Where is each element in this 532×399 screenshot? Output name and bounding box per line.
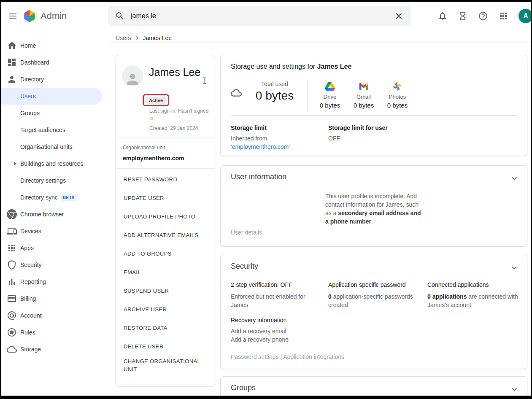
add-recovery-phone-link[interactable]: Add a recovery phone [231,336,289,343]
last-signin: Last sign-in: Hasn't signed in [149,108,213,122]
sidebar-item-billing[interactable]: Billing [1,290,102,307]
sidebar-item-label: Groups [20,110,40,116]
sidebar-item-home[interactable]: Home [1,37,102,54]
chevron-down-icon[interactable] [509,384,519,394]
sidebar-item-dashboard[interactable]: Dashboard [1,54,102,71]
chevron-down-icon[interactable] [509,173,519,183]
user-storage-limit-label: Storage limit for user [328,124,388,131]
sidebar-item-directory[interactable]: Directory [1,71,102,88]
user-details-link[interactable]: User details [231,229,262,236]
sidebar-item-label: Account [20,312,42,319]
sidebar-item-label: Apps [20,245,34,251]
help-icon[interactable] [478,11,488,21]
action-restore-data[interactable]: RESTORE DATA [116,318,215,337]
action-email[interactable]: EMAIL [116,263,215,281]
sidebar-item-groups[interactable]: Groups [1,105,102,121]
person-icon [124,71,141,86]
user-actions: RESET PASSWORDUPDATE USERUPLOAD PROFILE … [116,170,215,375]
divider [116,168,215,169]
sidebar-item-label: Buildings and resources [20,160,83,167]
divider [110,43,531,43]
panel-title-security: Security [231,262,258,271]
user-name: James Lee [149,66,200,78]
sidebar-item-directory-settings[interactable]: Directory settings [1,172,102,189]
sidebar-item-users[interactable]: Users [1,88,102,105]
sidebar-item-apps[interactable]: Apps [1,240,102,256]
chevron-down-icon[interactable] [509,263,519,273]
security-footer-links[interactable]: Password settings | Application integrat… [231,353,344,360]
action-upload-profile-photo[interactable]: UPLOAD PROFILE PHOTO [116,207,215,226]
beta-badge: BETA [61,194,76,201]
sidebar-item-directory-sync[interactable]: Directory syncBETA [1,189,102,206]
sidebar-item-label: Rules [20,329,35,336]
divider [308,80,308,112]
security-columns: 2-step verification: OFF Enforced but no… [231,281,524,309]
sidebar-item-buildings-and-resources[interactable]: Buildings and resources [1,155,102,172]
sidebar-item-label: Target audiences [20,127,65,133]
sidebar-item-reporting[interactable]: Reporting [1,273,102,290]
storage-panel-title: Storage use and settings for James Lee [231,63,351,70]
service-name: Drive [313,94,347,100]
divider [116,137,215,138]
action-add-to-groups[interactable]: ADD TO GROUPS [116,244,215,263]
add-recovery-email-link[interactable]: Add a recovery email [231,328,286,334]
drive-logo-icon [313,81,347,92]
service-drive: Drive0 bytes [313,81,347,112]
chevron-right-icon [134,35,140,41]
breadcrumb-current: James Lee [143,35,172,41]
brand: Admin [23,9,67,23]
text-cursor-icon [203,77,207,86]
sidebar-item-target-audiences[interactable]: Target audiences [1,121,102,138]
storage-limit-text: Inherited from [231,135,290,142]
pending-tasks-icon[interactable] [458,11,468,21]
action-update-user[interactable]: UPDATE USER [116,189,215,207]
admin-console: Admin A Users James Lee HomeDashboardDir… [1,2,531,396]
total-used-label: Total used [253,81,297,87]
chrome-icon [7,209,17,219]
sidebar-item-label: Security [20,262,42,268]
user-information-panel: User information This user profile is in… [220,165,527,247]
service-value: 0 bytes [381,102,414,109]
photos-logo-icon [381,81,414,92]
breadcrumb: Users James Lee [116,34,172,41]
notifications-icon[interactable] [437,11,448,21]
action-suspend-user[interactable]: SUSPEND USER [116,281,215,300]
user-meta: Last sign-in: Hasn't signed in Created: … [149,108,213,132]
dashboard-icon [7,57,17,67]
sidebar-item-storage[interactable]: Storage [1,341,102,358]
created-date: Created: 29 Jan 2024 [149,125,213,132]
security-panel: Security 2-step verification: OFF Enforc… [220,255,527,369]
org-unit-link[interactable]: 'employmenthero.com' [231,143,290,150]
action-change-organisational-unit[interactable]: CHANGE ORGANISATIONAL UNIT [116,356,215,375]
sidebar-item-label: Dashboard [20,59,49,66]
sidebar-item-chrome-browser[interactable]: Chrome browser [1,206,102,223]
sidebar-item-organisational-units[interactable]: Organisational units [1,138,102,155]
connected-apps-section: Connected applications 0 applications ar… [427,281,524,309]
menu-icon[interactable] [8,11,18,21]
two-step-desc: Enforced but not enabled for James [231,292,313,309]
breadcrumb-users[interactable]: Users [116,35,131,41]
clear-search-icon[interactable] [394,11,404,21]
action-add-alternative-emails[interactable]: ADD ALTERNATIVE EMAILS [116,226,215,244]
service-name: Gmail [347,94,381,100]
sidebar-item-account[interactable]: Account [1,307,102,324]
action-archive-user[interactable]: ARCHIVE USER [116,300,215,318]
action-delete-user[interactable]: DELETE USER [116,337,215,356]
two-step-label: 2-step verification: OFF [231,281,313,288]
sidebar-item-label: Storage [20,346,41,353]
action-reset-password[interactable]: RESET PASSWORD [116,170,215,189]
security-icon [7,260,17,270]
search-icon [115,11,125,21]
search-bar[interactable] [108,6,410,26]
divider [231,115,517,116]
storage-panel: Storage use and settings for James Lee T… [220,55,527,156]
sidebar-item-rules[interactable]: Rules [1,324,102,341]
account-icon [7,310,17,321]
search-input[interactable] [131,12,388,20]
apps-grid-icon[interactable] [498,11,508,21]
service-photos: Photos0 bytes [381,81,414,112]
sidebar-item-devices[interactable]: Devices [1,223,102,240]
account-avatar[interactable]: A [518,9,531,23]
connected-apps-desc: 0 applications are connected with James'… [427,292,522,309]
sidebar-item-security[interactable]: Security [1,256,102,273]
